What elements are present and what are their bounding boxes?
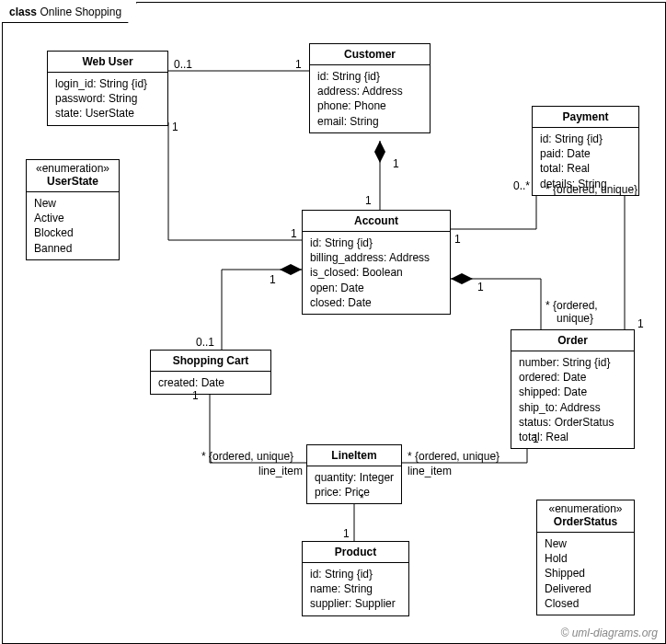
- attr: quantity: Integer: [315, 470, 394, 485]
- multiplicity: * {ordered, unique}: [545, 183, 637, 196]
- attr: password: String: [55, 91, 160, 106]
- class-order: Order number: String {id} ordered: Date …: [511, 329, 635, 449]
- enum-order-status: «enumeration» OrderStatus New Hold Shipp…: [536, 500, 635, 615]
- class-attrs: id: String {id} address: Address phone: …: [310, 65, 430, 132]
- attr: status: OrderStatus: [519, 415, 626, 430]
- multiplicity: *: [360, 492, 364, 505]
- multiplicity: unique}: [557, 312, 593, 325]
- attr: state: UserState: [55, 106, 160, 121]
- multiplicity: 0..1: [174, 58, 192, 71]
- enum-user-state: «enumeration» UserState New Active Block…: [26, 159, 120, 260]
- enum-literals: New Hold Shipped Delivered Closed: [537, 533, 634, 615]
- multiplicity: 1: [477, 281, 484, 293]
- attr: login_id: String {id}: [55, 76, 160, 91]
- class-account: Account id: String {id} billing_address:…: [302, 210, 451, 315]
- class-title: Order: [511, 330, 634, 351]
- attr: id: String {id}: [540, 132, 631, 146]
- class-attrs: number: String {id} ordered: Date shippe…: [511, 351, 634, 448]
- attr: created: Date: [158, 375, 263, 390]
- class-line-item: LineItem quantity: Integer price: Price: [306, 444, 402, 504]
- class-web-user: Web User login_id: String {id} password:…: [47, 51, 168, 126]
- attr: open: Date: [310, 281, 442, 295]
- svg-marker-3: [280, 264, 302, 275]
- enum-literals: New Active Blocked Banned: [27, 192, 119, 259]
- class-attrs: id: String {id} billing_address: Address…: [303, 232, 450, 314]
- multiplicity: 0..*: [513, 179, 530, 192]
- attr: billing_address: Address: [310, 250, 442, 265]
- class-title: Web User: [48, 52, 167, 73]
- literal: Active: [34, 211, 111, 225]
- literal: Shipped: [545, 566, 626, 581]
- multiplicity: 1: [393, 157, 399, 170]
- stereotype: «enumeration»: [537, 500, 634, 515]
- multiplicity: 1: [270, 273, 276, 286]
- attr: ordered: Date: [519, 370, 626, 385]
- multiplicity: 0..1: [196, 336, 214, 349]
- multiplicity: * {ordered, unique}: [201, 450, 293, 463]
- multiplicity: 1: [637, 317, 644, 330]
- frame-kind: class: [9, 6, 37, 18]
- multiplicity: 1: [343, 527, 350, 540]
- literal: Banned: [34, 241, 111, 256]
- multiplicity: 1: [291, 227, 297, 240]
- diagram-frame: class Online Shopping Web User login_id:…: [2, 2, 666, 644]
- class-title: Product: [303, 542, 408, 563]
- class-shopping-cart: Shopping Cart created: Date: [150, 350, 271, 395]
- class-title: Customer: [310, 44, 430, 65]
- attr: supplier: Supplier: [310, 596, 401, 611]
- class-title: Payment: [533, 107, 638, 128]
- attr: paid: Date: [540, 146, 631, 161]
- copyright: © uml-diagrams.org: [560, 627, 658, 639]
- multiplicity: * {ordered, unique}: [408, 450, 500, 463]
- class-attrs: login_id: String {id} password: String s…: [48, 73, 167, 125]
- class-product: Product id: String {id} name: String sup…: [302, 541, 409, 616]
- attr: total: Real: [540, 161, 631, 176]
- attr: closed: Date: [310, 295, 442, 310]
- multiplicity: 1: [533, 432, 539, 445]
- class-title: Account: [303, 211, 450, 232]
- class-title: Shopping Cart: [151, 351, 270, 372]
- attr: name: String: [310, 581, 401, 596]
- class-customer: Customer id: String {id} address: Addres…: [309, 43, 431, 133]
- literal: Delivered: [545, 581, 626, 596]
- class-title: LineItem: [307, 445, 401, 466]
- attr: phone: Phone: [317, 98, 422, 113]
- class-attrs: created: Date: [151, 372, 270, 394]
- attr: id: String {id}: [310, 567, 401, 581]
- frame-label: class Online Shopping: [2, 2, 137, 23]
- svg-marker-4: [451, 273, 473, 284]
- multiplicity: 1: [192, 389, 199, 402]
- stereotype: «enumeration»: [27, 160, 119, 175]
- multiplicity: 1: [295, 58, 302, 71]
- attr: shipped: Date: [519, 385, 626, 399]
- attr: id: String {id}: [317, 69, 422, 84]
- class-title: UserState: [27, 175, 119, 192]
- attr: price: Price: [315, 485, 394, 500]
- class-attrs: id: String {id} name: String supplier: S…: [303, 563, 408, 615]
- attr: id: String {id}: [310, 236, 442, 250]
- literal: New: [545, 536, 626, 551]
- attr: number: String {id}: [519, 355, 626, 370]
- class-title: OrderStatus: [537, 515, 634, 533]
- attr: is_closed: Boolean: [310, 265, 442, 280]
- attr: address: Address: [317, 84, 422, 98]
- literal: Closed: [545, 596, 626, 611]
- role-name: line_item: [258, 465, 303, 477]
- role-name: line_item: [408, 465, 452, 477]
- literal: New: [34, 196, 111, 211]
- multiplicity: 1: [365, 194, 372, 207]
- multiplicity: 1: [172, 121, 178, 133]
- svg-marker-2: [374, 141, 385, 163]
- attr: ship_to: Address: [519, 400, 626, 415]
- literal: Hold: [545, 551, 626, 566]
- attr: email: String: [317, 114, 422, 129]
- literal: Blocked: [34, 225, 111, 240]
- multiplicity: * {ordered,: [545, 299, 598, 312]
- frame-title: Online Shopping: [40, 6, 121, 18]
- class-attrs: quantity: Integer price: Price: [307, 466, 401, 503]
- multiplicity: 1: [454, 233, 461, 246]
